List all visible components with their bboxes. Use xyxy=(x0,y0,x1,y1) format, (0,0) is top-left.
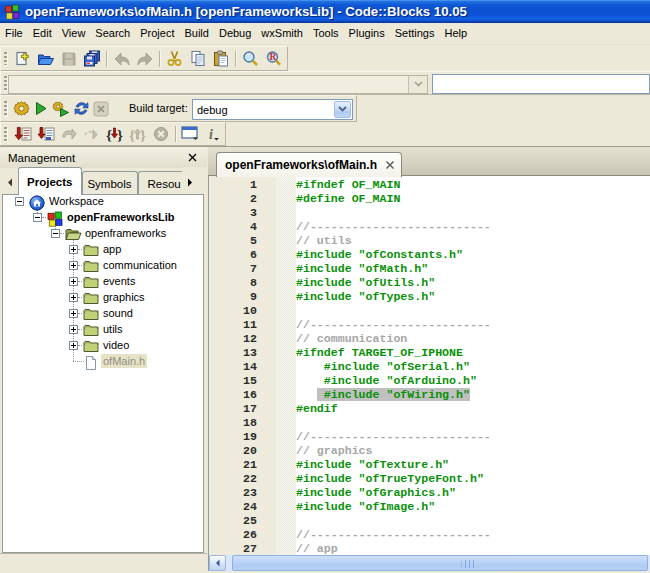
editor-hscrollbar[interactable] xyxy=(209,555,650,571)
tabs-scroll-right-icon[interactable] xyxy=(184,175,196,189)
debugging-windows-button[interactable] xyxy=(179,123,202,145)
tree-item-label[interactable]: sound xyxy=(101,306,135,320)
editor-tab-ofmain[interactable]: openFrameworks\ofMain.h xyxy=(216,152,402,177)
title-bar[interactable]: openFrameworks\ofMain.h [openFrameworksL… xyxy=(0,0,650,23)
run-to-cursor-icon xyxy=(37,126,55,143)
incremental-search-input[interactable] xyxy=(432,74,650,94)
code-text: //-------------------------- xyxy=(296,528,491,541)
expand-icon[interactable] xyxy=(69,293,78,302)
various-info-button[interactable]: i xyxy=(202,123,225,145)
menu-tools[interactable]: Tools xyxy=(308,23,344,44)
next-instruction-icon xyxy=(83,126,101,142)
tree-item-label[interactable]: ofMain.h xyxy=(101,354,147,368)
menu-help[interactable]: Help xyxy=(439,23,472,44)
build-target-combobox[interactable]: debug xyxy=(192,99,353,120)
line-number: 8 xyxy=(209,276,257,290)
debug-continue-icon xyxy=(14,126,32,143)
run-to-cursor-button[interactable] xyxy=(34,123,57,145)
tree-item-label[interactable]: openframeworks xyxy=(83,226,168,240)
tree-item-workspace[interactable]: Workspace xyxy=(3,195,203,209)
tree-item-utils[interactable]: utils xyxy=(3,321,203,337)
code-line xyxy=(296,514,491,528)
editor-tab-close-icon[interactable] xyxy=(384,159,396,171)
tree-item-sound[interactable]: sound xyxy=(3,305,203,321)
code-text: #include "ofUtils.h" xyxy=(296,276,435,289)
expand-icon[interactable] xyxy=(69,341,78,350)
menu-view[interactable]: View xyxy=(57,23,91,44)
menu-plugins[interactable]: Plugins xyxy=(344,23,390,44)
tree-item-label[interactable]: communication xyxy=(101,258,179,272)
build-and-run-button[interactable] xyxy=(51,98,71,120)
new-file-button[interactable] xyxy=(11,48,34,70)
code-line xyxy=(296,416,491,430)
collapse-icon[interactable] xyxy=(15,197,24,206)
hscroll-thumb[interactable] xyxy=(232,555,648,571)
line-number: 16 xyxy=(209,388,257,402)
tree-item-openframeworks[interactable]: openframeworks xyxy=(3,225,203,241)
tree-item-events[interactable]: events xyxy=(3,273,203,289)
line-number: 21 xyxy=(209,458,257,472)
expand-icon[interactable] xyxy=(69,309,78,318)
toolbar-row-debugger: {}{}i xyxy=(0,122,650,146)
tree-item-ofmain-h[interactable]: ofMain.h xyxy=(3,353,203,369)
find-button[interactable] xyxy=(239,48,262,70)
expand-icon[interactable] xyxy=(69,245,78,254)
codeblocks-window: openFrameworks\ofMain.h [openFrameworksL… xyxy=(0,0,650,573)
toolbar-grip[interactable] xyxy=(4,101,7,116)
menu-edit[interactable]: Edit xyxy=(28,23,57,44)
expand-icon[interactable] xyxy=(69,261,78,270)
management-caption[interactable]: Management xyxy=(0,147,207,168)
collapse-icon[interactable] xyxy=(51,229,60,238)
toolbar-grip[interactable] xyxy=(4,76,7,89)
collapse-icon[interactable] xyxy=(33,213,42,222)
step-into-button[interactable]: {} xyxy=(103,123,126,145)
code-line: #include "ofMath.h" xyxy=(296,262,491,276)
tree-item-label[interactable]: app xyxy=(101,242,123,256)
build-target-dropdown-button[interactable] xyxy=(334,101,351,118)
combo-dropdown-button[interactable] xyxy=(408,76,427,93)
tree-item-label[interactable]: openFrameworksLib xyxy=(65,210,177,224)
expand-icon[interactable] xyxy=(69,277,78,286)
tab-projects[interactable]: Projects xyxy=(18,167,82,195)
tree-item-app[interactable]: app xyxy=(3,241,203,257)
build-button[interactable] xyxy=(11,98,31,120)
tree-item-video[interactable]: video xyxy=(3,337,203,353)
paste-button[interactable] xyxy=(209,48,232,70)
tree-item-label[interactable]: utils xyxy=(101,322,125,336)
rebuild-button[interactable] xyxy=(71,98,91,120)
tree-item-communication[interactable]: communication xyxy=(3,257,203,273)
tab-projects-label: Projects xyxy=(27,176,72,188)
menu-search[interactable]: Search xyxy=(90,23,135,44)
step-into-icon: {} xyxy=(106,126,124,143)
management-tabbar: Projects Symbols Resou xyxy=(0,167,207,195)
hscroll-left-button[interactable] xyxy=(209,555,226,571)
expand-icon[interactable] xyxy=(69,325,78,334)
tree-item-openframeworkslib[interactable]: openFrameworksLib xyxy=(3,209,203,225)
open-file-button[interactable] xyxy=(34,48,57,70)
menu-wxsmith[interactable]: wxSmith xyxy=(256,23,308,44)
menu-project[interactable]: Project xyxy=(135,23,179,44)
toolbar-grip[interactable] xyxy=(4,52,7,66)
tabs-scroll-left-icon[interactable] xyxy=(4,175,16,189)
code-area[interactable]: 1234567891011121314151617181920212223242… xyxy=(209,176,650,555)
copy-button[interactable] xyxy=(186,48,209,70)
tree-item-graphics[interactable]: graphics xyxy=(3,289,203,305)
debug-continue-button[interactable] xyxy=(11,123,34,145)
menu-settings[interactable]: Settings xyxy=(390,23,440,44)
tree-item-label[interactable]: events xyxy=(101,274,137,288)
menu-debug[interactable]: Debug xyxy=(214,23,256,44)
tree-item-label[interactable]: graphics xyxy=(101,290,147,304)
save-all-button[interactable] xyxy=(80,48,103,70)
management-close-icon[interactable] xyxy=(185,150,199,164)
menu-file[interactable]: File xyxy=(0,23,28,44)
toolbar-grip[interactable] xyxy=(4,127,7,140)
replace-button[interactable]: R xyxy=(262,48,285,70)
tree-item-label[interactable]: video xyxy=(101,338,131,352)
cut-button[interactable] xyxy=(163,48,186,70)
menu-build[interactable]: Build xyxy=(179,23,213,44)
tree-item-label[interactable]: Workspace xyxy=(47,195,106,208)
app-icon xyxy=(4,4,20,20)
code-completion-scope-combobox[interactable] xyxy=(8,75,428,94)
tab-symbols[interactable]: Symbols xyxy=(82,171,138,195)
run-button[interactable] xyxy=(31,98,51,120)
